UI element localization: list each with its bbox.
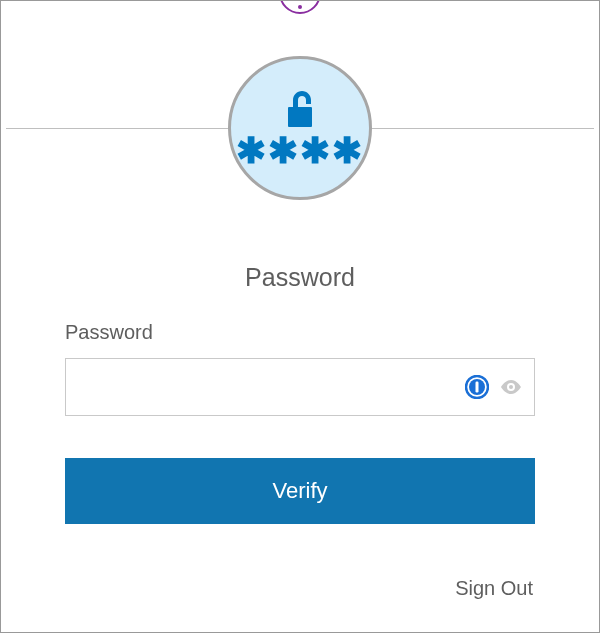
unlocked-padlock-icon [280, 87, 320, 131]
svg-rect-3 [476, 382, 479, 393]
asterisks-icon: ✱✱✱✱ [236, 133, 364, 169]
show-password-icon[interactable] [499, 375, 523, 399]
svg-rect-0 [288, 107, 312, 127]
password-label: Password [65, 321, 535, 344]
password-form: Password Verify [65, 321, 535, 524]
verify-button[interactable]: Verify [65, 458, 535, 524]
onepassword-icon[interactable] [465, 375, 489, 399]
page-title: Password [1, 263, 599, 292]
top-avatar-circle [279, 0, 321, 14]
exclamation-dot-icon [298, 5, 302, 9]
password-factor-circle: ✱✱✱✱ [228, 56, 372, 200]
sign-out-link[interactable]: Sign Out [455, 577, 533, 600]
password-input-wrapper [65, 358, 535, 416]
svg-point-4 [509, 385, 513, 389]
